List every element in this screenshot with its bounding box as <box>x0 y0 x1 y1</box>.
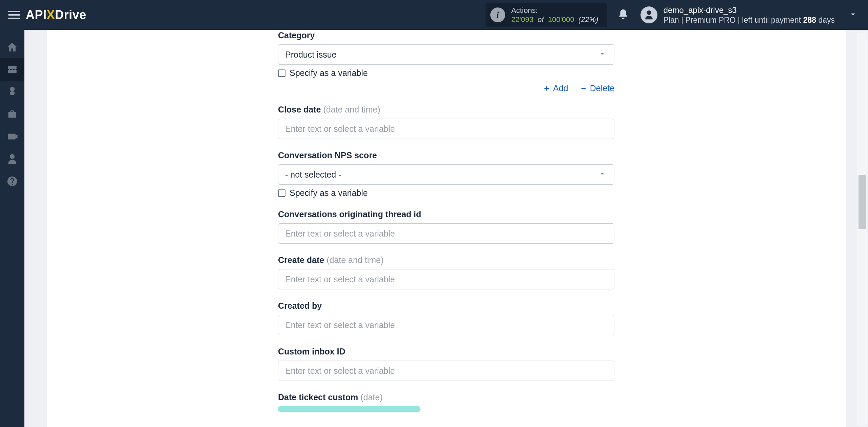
username: demo_apix-drive_s3 <box>664 5 835 15</box>
label-custom-inbox: Custom inbox ID <box>278 347 614 357</box>
checkbox-label: Specify as a variable <box>290 68 368 78</box>
actions-used: 22'093 <box>511 15 533 24</box>
left-nav <box>0 30 24 427</box>
brand-logo[interactable]: APIXDrive <box>26 0 86 30</box>
field-custom-inbox: Custom inbox ID <box>278 347 614 381</box>
label-nps: Conversation NPS score <box>278 150 614 160</box>
actions-pct: (22%) <box>576 15 598 24</box>
field-create-date: Create date (date and time) <box>278 255 614 289</box>
logo-text-x: X <box>47 8 55 22</box>
input-custom-inbox[interactable] <box>278 361 614 381</box>
user-text: demo_apix-drive_s3 Plan | Premium PRO | … <box>664 5 835 25</box>
field-thread-id: Conversations originating thread id <box>278 209 614 244</box>
menu-toggle-icon[interactable] <box>8 9 20 21</box>
avatar-icon <box>640 6 657 23</box>
label-category: Category <box>278 30 614 40</box>
select-category[interactable]: Product issue <box>278 44 614 65</box>
input-create-date-field[interactable] <box>285 269 607 289</box>
nav-connections[interactable] <box>0 58 24 81</box>
plan-line: Plan | Premium PRO | left until payment … <box>664 15 835 25</box>
content-area: Category Product issue Specify as a vari… <box>24 30 868 427</box>
top-header: APIXDrive i Actions: 22'093 of 100'000 (… <box>0 0 868 30</box>
notifications-icon[interactable] <box>617 8 629 21</box>
delete-link[interactable]: Delete <box>580 83 614 93</box>
add-link[interactable]: Add <box>543 83 568 93</box>
input-date-ticket-custom[interactable] <box>278 406 420 412</box>
nav-home[interactable] <box>0 36 24 58</box>
label-create-date: Create date (date and time) <box>278 255 614 265</box>
input-thread-id-field[interactable] <box>285 224 607 243</box>
input-created-by[interactable] <box>278 315 614 335</box>
label-created-by: Created by <box>278 301 614 311</box>
field-created-by: Created by <box>278 301 614 335</box>
field-category: Category Product issue Specify as a vari… <box>278 30 614 93</box>
field-nps: Conversation NPS score - not selected - … <box>278 150 614 198</box>
input-close-date-field[interactable] <box>285 119 607 139</box>
checkbox-input[interactable] <box>278 69 285 77</box>
actions-counter[interactable]: i Actions: 22'093 of 100'000 (22%) <box>486 3 607 27</box>
checkbox-nps-variable[interactable]: Specify as a variable <box>278 188 614 198</box>
nav-briefcase[interactable] <box>0 103 24 125</box>
chevron-down-icon <box>598 170 606 180</box>
logo-text-drive: Drive <box>55 8 86 22</box>
label-close-date: Close date (date and time) <box>278 105 614 115</box>
input-create-date[interactable] <box>278 269 614 289</box>
actions-total: 100'000 <box>548 15 574 24</box>
scroll-thumb[interactable] <box>859 175 866 229</box>
chevron-down-icon[interactable] <box>848 9 858 20</box>
input-close-date[interactable] <box>278 119 614 139</box>
input-custom-inbox-field[interactable] <box>285 361 607 381</box>
delete-link-label: Delete <box>590 83 614 93</box>
info-icon: i <box>490 7 505 22</box>
actions-meta: Actions: 22'093 of 100'000 (22%) <box>511 6 598 24</box>
nav-billing[interactable] <box>0 81 24 103</box>
nav-account[interactable] <box>0 148 24 170</box>
select-nps-value: - not selected - <box>285 170 341 180</box>
actions-of: of <box>535 15 546 24</box>
vertical-scrollbar[interactable] <box>857 33 867 426</box>
label-date-ticket-custom: Date tickect custom (date) <box>278 392 614 402</box>
checkbox-label: Specify as a variable <box>290 188 368 198</box>
nav-help[interactable] <box>0 170 24 192</box>
select-category-value: Product issue <box>285 50 336 60</box>
field-close-date: Close date (date and time) <box>278 105 614 139</box>
select-nps[interactable]: - not selected - <box>278 164 614 185</box>
checkbox-category-variable[interactable]: Specify as a variable <box>278 68 614 78</box>
actions-label: Actions: <box>511 6 598 15</box>
checkbox-input[interactable] <box>278 189 285 197</box>
category-actions: Add Delete <box>278 83 614 93</box>
form-panel: Category Product issue Specify as a vari… <box>47 30 846 427</box>
chevron-down-icon <box>598 50 606 60</box>
input-created-by-field[interactable] <box>285 315 607 335</box>
logo-text-api: API <box>26 8 47 22</box>
label-thread-id: Conversations originating thread id <box>278 209 614 219</box>
user-menu[interactable]: demo_apix-drive_s3 Plan | Premium PRO | … <box>640 5 835 25</box>
nav-video[interactable] <box>0 125 24 148</box>
input-thread-id[interactable] <box>278 223 614 244</box>
add-link-label: Add <box>553 83 568 93</box>
field-date-ticket-custom: Date tickect custom (date) <box>278 392 614 412</box>
